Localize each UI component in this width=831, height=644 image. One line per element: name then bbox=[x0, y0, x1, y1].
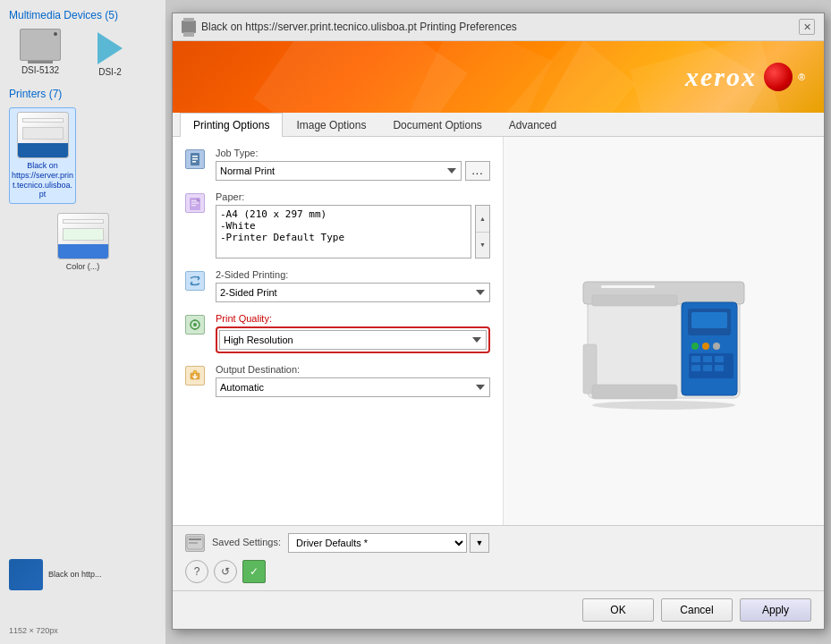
paper-icon-wrapper bbox=[185, 193, 208, 216]
paper-field-wrapper: -A4 (210 x 297 mm) -White -Printer Defau… bbox=[216, 205, 490, 258]
job-type-icon bbox=[185, 149, 205, 169]
resolution-text: 1152 × 720px bbox=[9, 626, 58, 635]
job-type-select[interactable]: Normal Print bbox=[216, 161, 462, 181]
second-printer-label: Color (...) bbox=[66, 262, 100, 272]
title-bar-printer-icon bbox=[182, 21, 196, 33]
job-type-icon-wrapper bbox=[185, 149, 208, 173]
action-buttons-row: ? ↺ ✓ bbox=[185, 560, 811, 583]
apply-settings-button[interactable]: ✓ bbox=[242, 560, 266, 583]
svg-point-14 bbox=[193, 370, 197, 374]
two-sided-select[interactable]: 2-Sided Print 1-Sided Print bbox=[216, 283, 490, 302]
saved-settings-icon bbox=[185, 534, 205, 552]
second-printer-item[interactable]: Color (...) bbox=[9, 209, 157, 275]
content-area: Job Type: Normal Print ... bbox=[173, 137, 824, 525]
svg-point-22 bbox=[691, 343, 699, 350]
sidebar-panel: Multimedia Devices (5) DSI-5132 DSI-2 Pr… bbox=[0, 0, 165, 644]
saved-settings-label: Saved Settings: bbox=[212, 537, 281, 547]
output-label: Output Destination: bbox=[216, 364, 490, 375]
device-2-label: DSI-2 bbox=[98, 67, 122, 77]
device-item-1[interactable]: DSI-5132 bbox=[9, 29, 72, 77]
two-sided-icon-wrapper bbox=[185, 271, 208, 294]
svg-point-23 bbox=[702, 343, 709, 350]
svg-rect-2 bbox=[192, 158, 198, 160]
device-1-label: DSI-5132 bbox=[21, 65, 59, 75]
selected-printer-item[interactable]: Black onhttps://server.print.tecnico.uli… bbox=[9, 107, 76, 204]
paper-scroll-up[interactable]: ▲ bbox=[476, 206, 489, 233]
tab-printing-options[interactable]: Printing Options bbox=[180, 113, 283, 137]
tab-bar: Printing Options Image Options Document … bbox=[173, 113, 824, 137]
print-quality-row: Print Quality: High Resolution Standard … bbox=[185, 313, 490, 353]
svg-rect-29 bbox=[691, 365, 700, 371]
svg-rect-26 bbox=[691, 356, 700, 362]
saved-dropdown-arrow[interactable]: ▼ bbox=[470, 533, 489, 553]
svg-rect-1 bbox=[192, 156, 198, 157]
xerox-logo: xerox ® bbox=[685, 62, 806, 92]
multimedia-title: Multimedia Devices (5) bbox=[9, 9, 157, 21]
job-type-label: Job Type: bbox=[216, 148, 490, 158]
bottom-printer-label: Black on http... bbox=[48, 570, 102, 580]
tab-document-options[interactable]: Document Options bbox=[379, 113, 495, 137]
output-icon bbox=[185, 366, 205, 386]
svg-rect-34 bbox=[601, 285, 655, 288]
svg-rect-30 bbox=[703, 365, 712, 371]
print-quality-field: Print Quality: High Resolution Standard … bbox=[216, 313, 490, 353]
job-type-select-group: Normal Print ... bbox=[216, 161, 490, 181]
title-bar: Black on https://server.print.tecnico.ul… bbox=[173, 13, 824, 41]
svg-rect-31 bbox=[715, 365, 724, 371]
svg-rect-21 bbox=[691, 312, 727, 328]
print-quality-icon bbox=[185, 315, 205, 335]
apply-button[interactable]: Apply bbox=[740, 598, 811, 622]
print-quality-select[interactable]: High Resolution Standard Draft bbox=[219, 330, 487, 350]
paper-textarea[interactable]: -A4 (210 x 297 mm) -White -Printer Defau… bbox=[216, 205, 471, 258]
title-bar-text: Black on https://server.print.tecnico.ul… bbox=[201, 21, 517, 33]
svg-rect-38 bbox=[189, 542, 198, 544]
print-quality-label: Print Quality: bbox=[216, 313, 490, 324]
bottom-printer-item[interactable]: Black on http... bbox=[9, 559, 102, 590]
help-button[interactable]: ? bbox=[185, 560, 208, 583]
job-type-field: Job Type: Normal Print ... bbox=[216, 148, 490, 181]
form-panel: Job Type: Normal Print ... bbox=[173, 137, 504, 525]
reset-button[interactable]: ↺ bbox=[214, 560, 237, 583]
svg-rect-7 bbox=[191, 205, 196, 206]
two-sided-label: 2-Sided Printing: bbox=[216, 269, 490, 280]
tab-image-options[interactable]: Image Options bbox=[283, 113, 379, 137]
saved-settings-select[interactable]: Driver Defaults * bbox=[288, 533, 467, 553]
svg-rect-6 bbox=[191, 203, 199, 204]
svg-point-35 bbox=[592, 401, 735, 410]
device-item-arrow: DSI-2 bbox=[79, 29, 141, 77]
two-sided-row: 2-Sided Printing: 2-Sided Print 1-Sided … bbox=[185, 269, 490, 302]
ok-button[interactable]: OK bbox=[582, 598, 654, 622]
paper-row: Paper: -A4 (210 x 297 mm) -White -Printe… bbox=[185, 191, 490, 258]
svg-rect-37 bbox=[189, 538, 201, 540]
output-icon-wrapper bbox=[185, 366, 208, 389]
device-grid: DSI-5132 DSI-2 bbox=[9, 29, 157, 77]
paper-field: Paper: -A4 (210 x 297 mm) -White -Printe… bbox=[216, 191, 490, 258]
print-quality-icon-wrapper bbox=[185, 315, 208, 338]
print-quality-highlight: High Resolution Standard Draft bbox=[216, 326, 490, 353]
svg-rect-28 bbox=[715, 356, 724, 362]
paper-label: Paper: bbox=[216, 191, 490, 202]
cancel-button[interactable]: Cancel bbox=[661, 598, 733, 622]
svg-rect-4 bbox=[190, 198, 200, 210]
output-select[interactable]: Automatic Top Tray bbox=[216, 377, 490, 397]
two-sided-icon bbox=[185, 271, 205, 291]
svg-rect-33 bbox=[592, 385, 677, 399]
job-type-row: Job Type: Normal Print ... bbox=[185, 148, 490, 181]
job-type-dots-button[interactable]: ... bbox=[465, 161, 490, 181]
saved-settings-row: Saved Settings: Driver Defaults * ▼ bbox=[185, 533, 811, 553]
output-field: Output Destination: Automatic Top Tray bbox=[216, 364, 490, 397]
xerox-ball bbox=[764, 63, 793, 91]
svg-point-24 bbox=[713, 343, 720, 350]
svg-point-10 bbox=[193, 323, 197, 326]
xerox-header: xerox ® bbox=[173, 41, 824, 113]
printers-title: Printers (7) bbox=[9, 88, 157, 100]
dialog-footer: OK Cancel Apply bbox=[173, 590, 824, 629]
printer-illustration bbox=[570, 246, 758, 416]
preview-panel bbox=[504, 137, 824, 525]
tab-advanced[interactable]: Advanced bbox=[496, 113, 570, 137]
paper-scroll-down[interactable]: ▼ bbox=[476, 233, 489, 258]
close-button[interactable]: ✕ bbox=[799, 19, 815, 35]
paper-scroll-arrows[interactable]: ▲ ▼ bbox=[475, 205, 490, 258]
selected-printer-label: Black onhttps://server.print.tecnico.uli… bbox=[12, 161, 73, 199]
two-sided-field: 2-Sided Printing: 2-Sided Print 1-Sided … bbox=[216, 269, 490, 302]
